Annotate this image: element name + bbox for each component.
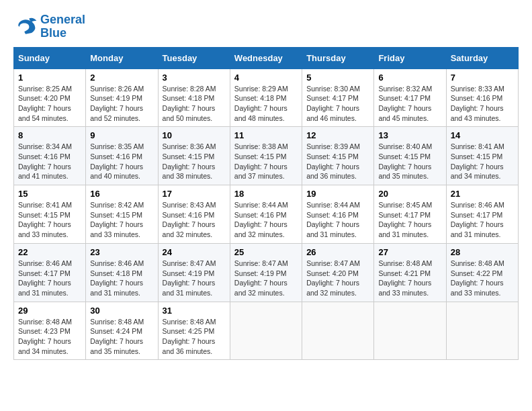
day-info: Sunrise: 8:46 AM Sunset: 4:17 PM Dayligh… bbox=[18, 259, 81, 298]
day-info: Sunrise: 8:36 AM Sunset: 4:15 PM Dayligh… bbox=[163, 142, 226, 181]
day-info: Sunrise: 8:25 AM Sunset: 4:20 PM Dayligh… bbox=[18, 84, 81, 124]
day-info: Sunrise: 8:47 AM Sunset: 4:19 PM Dayligh… bbox=[163, 259, 226, 298]
calendar-week-row: 1Sunrise: 8:25 AM Sunset: 4:20 PM Daylig… bbox=[14, 68, 519, 127]
day-info: Sunrise: 8:35 AM Sunset: 4:16 PM Dayligh… bbox=[90, 142, 153, 181]
logo-icon bbox=[13, 15, 38, 39]
calendar-day-header: Sunday bbox=[14, 47, 86, 68]
day-info: Sunrise: 8:47 AM Sunset: 4:19 PM Dayligh… bbox=[234, 259, 298, 298]
calendar-cell: 30Sunrise: 8:48 AM Sunset: 4:24 PM Dayli… bbox=[86, 302, 158, 360]
calendar-cell: 2Sunrise: 8:26 AM Sunset: 4:19 PM Daylig… bbox=[86, 68, 158, 127]
calendar-cell: 25Sunrise: 8:47 AM Sunset: 4:19 PM Dayli… bbox=[230, 243, 302, 302]
day-number: 26 bbox=[306, 247, 369, 257]
calendar-day-header: Thursday bbox=[302, 47, 374, 68]
calendar-cell: 13Sunrise: 8:40 AM Sunset: 4:15 PM Dayli… bbox=[374, 127, 446, 185]
calendar-cell: 1Sunrise: 8:25 AM Sunset: 4:20 PM Daylig… bbox=[14, 68, 86, 127]
day-info: Sunrise: 8:48 AM Sunset: 4:25 PM Dayligh… bbox=[163, 317, 226, 357]
day-info: Sunrise: 8:29 AM Sunset: 4:18 PM Dayligh… bbox=[234, 84, 298, 124]
day-number: 16 bbox=[90, 189, 153, 199]
calendar-cell: 11Sunrise: 8:38 AM Sunset: 4:15 PM Dayli… bbox=[230, 127, 302, 185]
day-number: 8 bbox=[18, 130, 81, 140]
calendar-day-header: Monday bbox=[86, 47, 158, 68]
calendar-week-row: 29Sunrise: 8:48 AM Sunset: 4:23 PM Dayli… bbox=[14, 302, 519, 360]
day-info: Sunrise: 8:46 AM Sunset: 4:18 PM Dayligh… bbox=[90, 259, 153, 298]
calendar-cell: 28Sunrise: 8:48 AM Sunset: 4:22 PM Dayli… bbox=[446, 243, 518, 302]
day-info: Sunrise: 8:41 AM Sunset: 4:15 PM Dayligh… bbox=[18, 200, 81, 240]
day-number: 7 bbox=[451, 73, 514, 83]
day-number: 11 bbox=[234, 130, 298, 140]
calendar-cell: 15Sunrise: 8:41 AM Sunset: 4:15 PM Dayli… bbox=[14, 185, 86, 244]
calendar-cell: 6Sunrise: 8:32 AM Sunset: 4:17 PM Daylig… bbox=[374, 68, 446, 127]
calendar-day-header: Saturday bbox=[446, 47, 518, 68]
calendar-header-row: SundayMondayTuesdayWednesdayThursdayFrid… bbox=[14, 47, 519, 68]
day-number: 21 bbox=[451, 189, 514, 199]
calendar-cell: 4Sunrise: 8:29 AM Sunset: 4:18 PM Daylig… bbox=[230, 68, 302, 127]
calendar-cell bbox=[302, 302, 374, 360]
day-info: Sunrise: 8:44 AM Sunset: 4:16 PM Dayligh… bbox=[306, 200, 369, 240]
day-info: Sunrise: 8:42 AM Sunset: 4:15 PM Dayligh… bbox=[90, 200, 153, 240]
logo-text: General Blue bbox=[40, 13, 85, 40]
calendar-cell: 19Sunrise: 8:44 AM Sunset: 4:16 PM Dayli… bbox=[302, 185, 374, 244]
day-number: 30 bbox=[90, 306, 153, 316]
logo: General Blue bbox=[13, 13, 85, 40]
day-info: Sunrise: 8:26 AM Sunset: 4:19 PM Dayligh… bbox=[90, 84, 153, 124]
day-info: Sunrise: 8:48 AM Sunset: 4:21 PM Dayligh… bbox=[378, 259, 441, 298]
calendar-week-row: 8Sunrise: 8:34 AM Sunset: 4:16 PM Daylig… bbox=[14, 127, 519, 185]
calendar-week-row: 15Sunrise: 8:41 AM Sunset: 4:15 PM Dayli… bbox=[14, 185, 519, 244]
day-info: Sunrise: 8:30 AM Sunset: 4:17 PM Dayligh… bbox=[306, 84, 369, 124]
calendar-cell: 17Sunrise: 8:43 AM Sunset: 4:16 PM Dayli… bbox=[158, 185, 230, 244]
day-number: 2 bbox=[90, 73, 153, 83]
day-number: 25 bbox=[234, 247, 298, 257]
calendar-cell: 8Sunrise: 8:34 AM Sunset: 4:16 PM Daylig… bbox=[14, 127, 86, 185]
calendar-cell: 24Sunrise: 8:47 AM Sunset: 4:19 PM Dayli… bbox=[158, 243, 230, 302]
calendar-cell bbox=[374, 302, 446, 360]
calendar-cell: 27Sunrise: 8:48 AM Sunset: 4:21 PM Dayli… bbox=[374, 243, 446, 302]
calendar-cell: 16Sunrise: 8:42 AM Sunset: 4:15 PM Dayli… bbox=[86, 185, 158, 244]
day-info: Sunrise: 8:39 AM Sunset: 4:15 PM Dayligh… bbox=[306, 142, 369, 181]
calendar-day-header: Tuesday bbox=[158, 47, 230, 68]
day-info: Sunrise: 8:33 AM Sunset: 4:16 PM Dayligh… bbox=[451, 84, 514, 124]
calendar-cell: 26Sunrise: 8:47 AM Sunset: 4:20 PM Dayli… bbox=[302, 243, 374, 302]
day-number: 10 bbox=[163, 130, 226, 140]
calendar-cell: 29Sunrise: 8:48 AM Sunset: 4:23 PM Dayli… bbox=[14, 302, 86, 360]
calendar-day-header: Wednesday bbox=[230, 47, 302, 68]
day-info: Sunrise: 8:46 AM Sunset: 4:17 PM Dayligh… bbox=[451, 200, 514, 240]
day-number: 22 bbox=[18, 247, 81, 257]
day-number: 15 bbox=[18, 189, 81, 199]
day-info: Sunrise: 8:28 AM Sunset: 4:18 PM Dayligh… bbox=[163, 84, 226, 124]
day-number: 14 bbox=[451, 130, 514, 140]
day-info: Sunrise: 8:47 AM Sunset: 4:20 PM Dayligh… bbox=[306, 259, 369, 298]
calendar-cell: 31Sunrise: 8:48 AM Sunset: 4:25 PM Dayli… bbox=[158, 302, 230, 360]
day-number: 12 bbox=[306, 130, 369, 140]
calendar-cell: 14Sunrise: 8:41 AM Sunset: 4:15 PM Dayli… bbox=[446, 127, 518, 185]
day-info: Sunrise: 8:45 AM Sunset: 4:17 PM Dayligh… bbox=[378, 200, 441, 240]
day-number: 13 bbox=[378, 130, 441, 140]
day-info: Sunrise: 8:48 AM Sunset: 4:22 PM Dayligh… bbox=[451, 259, 514, 298]
calendar-cell: 21Sunrise: 8:46 AM Sunset: 4:17 PM Dayli… bbox=[446, 185, 518, 244]
calendar-cell bbox=[230, 302, 302, 360]
day-info: Sunrise: 8:41 AM Sunset: 4:15 PM Dayligh… bbox=[451, 142, 514, 181]
calendar-table: SundayMondayTuesdayWednesdayThursdayFrid… bbox=[13, 47, 519, 361]
day-number: 24 bbox=[163, 247, 226, 257]
calendar-week-row: 22Sunrise: 8:46 AM Sunset: 4:17 PM Dayli… bbox=[14, 243, 519, 302]
day-number: 18 bbox=[234, 189, 298, 199]
day-number: 19 bbox=[306, 189, 369, 199]
calendar-cell: 20Sunrise: 8:45 AM Sunset: 4:17 PM Dayli… bbox=[374, 185, 446, 244]
day-info: Sunrise: 8:48 AM Sunset: 4:23 PM Dayligh… bbox=[18, 317, 81, 357]
day-number: 6 bbox=[378, 73, 441, 83]
day-number: 27 bbox=[378, 247, 441, 257]
calendar-cell: 12Sunrise: 8:39 AM Sunset: 4:15 PM Dayli… bbox=[302, 127, 374, 185]
day-number: 29 bbox=[18, 306, 81, 316]
calendar-cell: 23Sunrise: 8:46 AM Sunset: 4:18 PM Dayli… bbox=[86, 243, 158, 302]
day-number: 17 bbox=[163, 189, 226, 199]
day-number: 4 bbox=[234, 73, 298, 83]
calendar-cell: 9Sunrise: 8:35 AM Sunset: 4:16 PM Daylig… bbox=[86, 127, 158, 185]
day-number: 23 bbox=[90, 247, 153, 257]
day-info: Sunrise: 8:44 AM Sunset: 4:16 PM Dayligh… bbox=[234, 200, 298, 240]
day-number: 5 bbox=[306, 73, 369, 83]
day-number: 3 bbox=[163, 73, 226, 83]
day-info: Sunrise: 8:43 AM Sunset: 4:16 PM Dayligh… bbox=[163, 200, 226, 240]
day-number: 28 bbox=[451, 247, 514, 257]
calendar-cell: 7Sunrise: 8:33 AM Sunset: 4:16 PM Daylig… bbox=[446, 68, 518, 127]
calendar-cell: 5Sunrise: 8:30 AM Sunset: 4:17 PM Daylig… bbox=[302, 68, 374, 127]
calendar-day-header: Friday bbox=[374, 47, 446, 68]
